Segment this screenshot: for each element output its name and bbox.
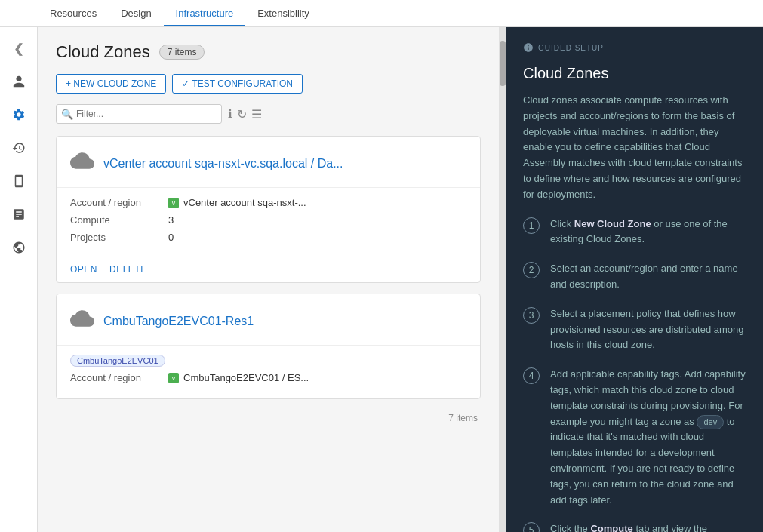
toolbar: + NEW CLOUD ZONE ✓ TEST CONFIGURATION — [56, 74, 481, 94]
account-region-value-2: v CmbuTangoE2EVC01 / ES... — [168, 372, 309, 383]
nav-item-design[interactable]: Design — [109, 2, 163, 26]
account-region-label-2: Account / region — [70, 372, 168, 383]
step-1: 1 Click New Cloud Zone or use one of the… — [523, 217, 746, 248]
guided-setup-header: GUIDED SETUP — [523, 42, 746, 53]
new-cloud-zone-button[interactable]: + NEW CLOUD ZONE — [56, 74, 166, 94]
refresh-icon[interactable]: ↻ — [237, 107, 247, 121]
step-5-number: 5 — [523, 522, 540, 532]
search-icon: 🔍 — [61, 109, 73, 120]
test-configuration-button[interactable]: ✓ TEST CONFIGURATION — [172, 74, 303, 94]
step-5: 5 Click the Compute tab and view the com… — [523, 521, 746, 532]
info-icon[interactable]: ℹ — [228, 107, 232, 121]
sidebar: ❮ — [0, 27, 38, 532]
content-area: Cloud Zones 7 items + NEW CLOUD ZONE ✓ T… — [38, 27, 499, 532]
cloud-icon-2 — [70, 306, 94, 336]
right-panel-title: Cloud Zones — [523, 65, 746, 82]
card-1-account-field: Account / region v vCenter account sqa-n… — [70, 197, 466, 208]
scrollbar[interactable] — [499, 27, 506, 532]
network-icon[interactable] — [5, 234, 32, 261]
step-2-content: Select an account/region and enter a nam… — [550, 261, 746, 293]
guided-setup-label: GUIDED SETUP — [538, 44, 604, 52]
nav-item-infrastructure[interactable]: Infrastructure — [164, 2, 246, 26]
delete-button-1[interactable]: DELETE — [109, 264, 147, 275]
card-1-compute-field: Compute 3 — [70, 214, 466, 226]
step-4-content: Add applicable capability tags. Add capa… — [550, 367, 746, 508]
cloud-zone-card-1: vCenter account sqa-nsxt-vc.sqa.local / … — [56, 136, 481, 283]
step-3: 3 Select a placement policy that defines… — [523, 306, 746, 353]
compute-value-1: 3 — [168, 214, 174, 226]
card-1-header: vCenter account sqa-nsxt-vc.sqa.local / … — [57, 137, 480, 188]
list-view-icon[interactable]: ☰ — [251, 107, 262, 121]
scroll-thumb[interactable] — [500, 41, 506, 86]
cloud-zone-card-2: CmbuTangoE2EVC01-Res1 CmbuTangoE2EVC01 A… — [56, 294, 481, 399]
step-3-number: 3 — [523, 307, 540, 324]
card-1-body: Account / region v vCenter account sqa-n… — [57, 188, 480, 258]
step-1-number: 1 — [523, 217, 540, 234]
card-1-projects-field: Projects 0 — [70, 232, 466, 243]
projects-label-1: Projects — [70, 232, 168, 243]
history-icon[interactable] — [5, 134, 32, 161]
step-4-number: 4 — [523, 367, 540, 384]
top-nav: Resources Design Infrastructure Extensib… — [0, 0, 763, 27]
step-4: 4 Add applicable capability tags. Add ca… — [523, 367, 746, 508]
filter-input[interactable] — [56, 104, 222, 124]
card-1-title[interactable]: vCenter account sqa-nsxt-vc.sqa.local / … — [103, 157, 343, 171]
card-2-title[interactable]: CmbuTangoE2EVC01-Res1 — [103, 315, 254, 328]
card-2-account-field: Account / region v CmbuTangoE2EVC01 / ES… — [70, 372, 466, 383]
cloud-icon-1 — [70, 149, 94, 178]
step-2: 2 Select an account/region and enter a n… — [523, 261, 746, 293]
nav-item-resources[interactable]: Resources — [38, 2, 109, 26]
chart-icon[interactable] — [5, 201, 32, 228]
footer-count: 7 items — [56, 410, 481, 426]
open-button-1[interactable]: OPEN — [70, 264, 97, 275]
card-1-footer: OPEN DELETE — [57, 258, 480, 282]
card-2-header: CmbuTangoE2EVC01-Res1 — [57, 294, 480, 346]
card-2-tag: CmbuTangoE2EVC01 — [70, 355, 165, 367]
step-5-content: Click the Compute tab and view the compu… — [550, 521, 746, 532]
cube-icon[interactable] — [5, 168, 32, 195]
step-3-content: Select a placement policy that defines h… — [550, 306, 746, 353]
filter-input-wrap: 🔍 — [56, 104, 222, 124]
step-2-number: 2 — [523, 262, 540, 278]
page-header: Cloud Zones 7 items — [56, 42, 481, 62]
step-1-content: Click New Cloud Zone or use one of the e… — [550, 217, 746, 248]
right-panel: GUIDED SETUP Cloud Zones Cloud zones ass… — [506, 27, 763, 532]
vcenter-icon-1: v — [168, 198, 179, 208]
card-2-body: CmbuTangoE2EVC01 Account / region v Cmbu… — [57, 346, 480, 398]
chevron-left-icon[interactable]: ❮ — [5, 35, 32, 62]
account-region-label-1: Account / region — [70, 197, 168, 208]
right-panel-description: Cloud zones associate compute resources … — [523, 93, 746, 203]
compute-label-1: Compute — [70, 214, 168, 226]
account-region-value-1: v vCenter account sqa-nsxt-... — [168, 197, 306, 208]
page-title: Cloud Zones — [56, 42, 150, 62]
vcenter-icon-2: v — [168, 373, 179, 383]
users-icon[interactable] — [5, 68, 32, 95]
settings-icon[interactable] — [5, 101, 32, 128]
dev-tag: dev — [697, 415, 724, 430]
items-badge: 7 items — [159, 45, 205, 60]
nav-item-extensibility[interactable]: Extensibility — [245, 2, 322, 26]
filter-bar: 🔍 ℹ ↻ ☰ — [56, 104, 481, 124]
filter-actions: ℹ ↻ ☰ — [228, 107, 262, 121]
projects-value-1: 0 — [168, 232, 174, 243]
